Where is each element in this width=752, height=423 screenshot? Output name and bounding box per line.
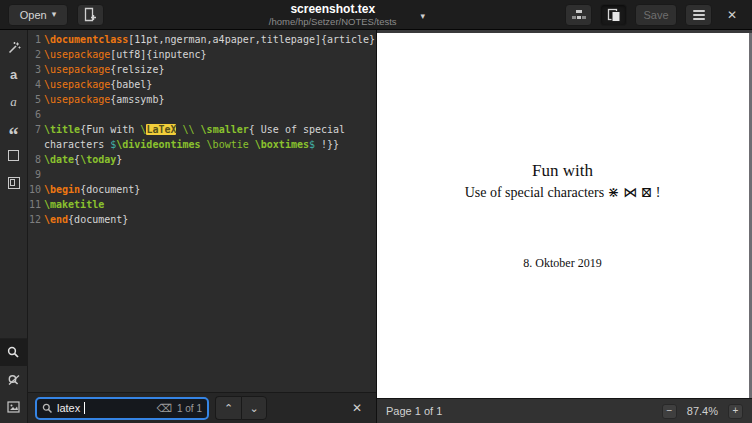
match-count: 1 of 1 (177, 403, 202, 414)
zoom-in-button[interactable]: + (728, 404, 743, 419)
search-nav-group: ⌃ ⌄ (215, 396, 267, 420)
zoom-out-button[interactable]: − (662, 404, 677, 419)
line-number: 5 (28, 92, 41, 107)
menu-button[interactable] (685, 4, 712, 26)
main-content: a a “ (0, 30, 752, 423)
chevron-down-icon: ▾ (52, 10, 57, 19)
sidebar-bottom-group (0, 338, 27, 423)
line-number: 11 (28, 197, 41, 212)
image-icon (7, 401, 20, 413)
zoom-level: 87.4% (687, 405, 718, 417)
line-number: 2 (28, 47, 41, 62)
image-panel-button[interactable] (0, 393, 28, 420)
line-number: 8 (28, 152, 41, 167)
pdf-document-subtitle: Use of special characters ⋇ ⋈ ⊠ ! (377, 184, 748, 201)
search-button[interactable] (0, 339, 28, 366)
sidebar-button-quotes[interactable]: “ (0, 115, 28, 142)
square-icon (8, 150, 19, 161)
previous-match-button[interactable]: ⌃ (215, 396, 241, 420)
line-number: 9 (28, 167, 41, 182)
pdf-preview-pane: Fun with Use of special characters ⋇ ⋈ ⊠… (376, 30, 752, 423)
search-match-highlight: LaTeX (146, 124, 176, 135)
code-line: 6 (28, 107, 376, 122)
line-number: 12 (28, 212, 41, 227)
page-indicator: Page 1 of 1 (386, 405, 442, 417)
close-icon: ✕ (727, 8, 737, 22)
code-line: 4\usepackage{babel} (28, 77, 376, 92)
preview-toggle-button[interactable] (600, 4, 627, 26)
letter-a-italic-icon: a (10, 94, 17, 110)
open-button-label: Open (20, 9, 47, 21)
save-button-label: Save (643, 9, 668, 21)
code-line: 3\usepackage{relsize} (28, 62, 376, 77)
search-bar: latex ⌫ 1 of 1 ⌃ ⌄ ✕ (28, 392, 376, 423)
code-line: characters $\divideontimes \bowtie \boxt… (28, 137, 376, 152)
line-number: 6 (28, 107, 41, 122)
build-log-button[interactable] (565, 4, 592, 26)
code-editor[interactable]: 1\documentclass[11pt,ngerman,a4paper,tit… (28, 30, 376, 392)
document-title-button[interactable]: screenshot.tex /home/hp/Setzer/NOTES/tes… (255, 2, 425, 27)
line-number: 3 (28, 62, 41, 77)
find-replace-icon (7, 373, 21, 386)
search-icon (7, 346, 20, 359)
close-search-button[interactable]: ✕ (345, 397, 369, 419)
build-log-icon (572, 9, 586, 21)
close-button[interactable]: ✕ (720, 4, 744, 26)
minus-icon: − (666, 406, 672, 416)
framed-square-icon (8, 177, 20, 189)
document-title: screenshot.tex (255, 2, 410, 16)
close-icon: ✕ (352, 401, 362, 415)
app-window: Open ▾ screenshot.tex /home/hp/Setzer/NO… (0, 0, 752, 423)
preview-pages-icon (607, 8, 621, 22)
code-line: 9 (28, 167, 376, 182)
pdf-page[interactable]: Fun with Use of special characters ⋇ ⋈ ⊠… (377, 30, 752, 398)
letter-a-bold-icon: a (10, 67, 17, 82)
search-query-text: latex (57, 402, 80, 414)
line-number: 1 (28, 32, 41, 47)
new-document-button[interactable] (77, 4, 104, 26)
code-line: 8\date{\today} (28, 152, 376, 167)
plus-icon: + (733, 406, 739, 416)
search-input[interactable]: latex ⌫ 1 of 1 (35, 397, 209, 420)
wand-icon (7, 41, 21, 55)
chevron-down-icon: ▾ (420, 12, 425, 21)
pdf-document-date: 8. Oktober 2019 (377, 256, 748, 271)
line-number: 10 (28, 182, 41, 197)
chevron-up-icon: ⌃ (224, 402, 233, 415)
sidebar-button-wizard[interactable] (0, 34, 28, 61)
symbols-sidebar: a a “ (0, 30, 28, 423)
document-path: /home/hp/Setzer/NOTES/tests (255, 16, 410, 27)
chevron-down-icon: ⌄ (249, 402, 258, 415)
sidebar-button-text[interactable]: a (0, 61, 28, 88)
hamburger-icon (693, 14, 705, 16)
code-line: 7\title{Fun with \LaTeX \\ \smaller{ Use… (28, 122, 376, 137)
find-replace-button[interactable] (0, 366, 28, 393)
line-number: 4 (28, 77, 41, 92)
save-button[interactable]: Save (635, 4, 677, 26)
code-line: 2\usepackage[utf8]{inputenc} (28, 47, 376, 62)
preview-status-bar: Page 1 of 1 − 87.4% + (377, 398, 752, 423)
search-icon (42, 403, 53, 414)
code-lines: 1\documentclass[11pt,ngerman,a4paper,tit… (28, 32, 376, 227)
sidebar-button-square[interactable] (0, 142, 28, 169)
code-line: 1\documentclass[11pt,ngerman,a4paper,tit… (28, 32, 376, 47)
sidebar-button-italic-text[interactable]: a (0, 88, 28, 115)
code-line: 5\usepackage{amssymb} (28, 92, 376, 107)
new-document-icon (84, 7, 97, 22)
open-button[interactable]: Open ▾ (8, 4, 68, 26)
line-number: 7 (28, 122, 41, 137)
sidebar-button-frame[interactable] (0, 169, 28, 196)
pdf-document-title: Fun with (377, 161, 748, 181)
code-line: 12\end{document} (28, 212, 376, 227)
preview-top-strip (377, 30, 752, 33)
code-line: 11\maketitle (28, 197, 376, 212)
next-match-button[interactable]: ⌄ (241, 396, 267, 420)
pdf-title-block: Fun with Use of special characters ⋇ ⋈ ⊠… (377, 161, 748, 201)
code-line: 10\begin{document} (28, 182, 376, 197)
text-cursor (84, 402, 85, 414)
zoom-controls: − 87.4% + (662, 404, 743, 419)
line-number (28, 137, 41, 152)
header-bar: Open ▾ screenshot.tex /home/hp/Setzer/NO… (0, 0, 752, 30)
clear-search-icon[interactable]: ⌫ (156, 402, 172, 415)
editor-column: 1\documentclass[11pt,ngerman,a4paper,tit… (28, 30, 376, 423)
